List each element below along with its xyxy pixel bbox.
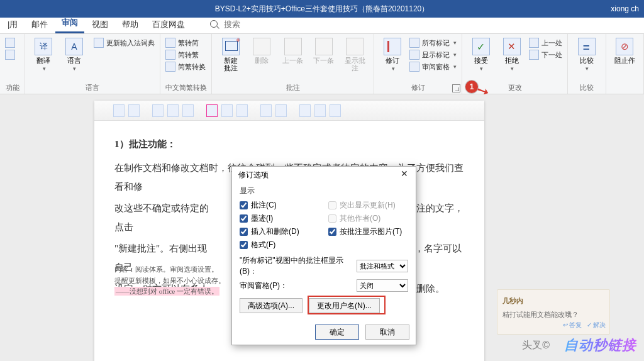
embedded-ribbon-image [94,101,484,121]
simp-to-trad-button[interactable]: 简转繁 [165,50,206,60]
show-markup-dropdown[interactable]: 显示标记▾ [409,50,457,60]
next-change-icon [529,50,539,60]
ck-comments[interactable]: 批注(C) [240,200,319,211]
change-username-button[interactable]: 更改用户名(N)... [309,298,380,313]
ck-comments-input[interactable] [240,201,248,209]
ck-insdel-input[interactable] [240,228,248,236]
ime-icon [94,38,104,48]
pane-row: 审阅窗格(P)： 关闭 [240,279,408,292]
group-protect: 阻止作 [606,34,644,94]
compare-icon [578,38,596,55]
tab-view[interactable]: 视图 [86,16,114,33]
ck-formatting[interactable]: 格式(F) [240,240,319,250]
balloon-select[interactable]: 批注和格式 [357,260,408,272]
reject-icon [503,38,521,55]
group-label-cjk: 中文简繁转换 [165,83,206,94]
ck-highlight-input [328,201,336,209]
compare-button[interactable]: 比较▾ [573,38,600,72]
cjk-convert-icon [165,62,175,72]
ck-other-input [328,214,336,223]
show-comments-icon [346,38,364,55]
translate-icon [35,38,52,55]
pane-label: 审阅窗格(P)： [240,280,353,291]
comment-author: 几秒内 [502,294,604,308]
comment-resolve-button[interactable]: ✓ 解决 [587,321,606,328]
watermark-prefix: 头叉© [522,339,550,352]
comment-reply-button[interactable]: ↩ 答复 [563,321,582,328]
accept-icon [472,38,490,55]
tracking-options-dialog: 修订选项 ✕ 显示 批注(C) 突出显示更新(H) 墨迹(I) 其他作者(O) … [231,166,416,345]
trad-simp-icon [165,38,175,48]
doc-footnotes: 内容：阅读体系。审阅选项设置。 提醒更新模板，如果不小心设成存。 ——没想到对 … [114,264,225,297]
comment-balloon[interactable]: 几秒内 精打试能用文档能改哦？ ↩ 答复 ✓ 解决 [497,289,610,335]
ck-pictures[interactable]: 按批注显示图片(T) [328,226,408,237]
show-markup-icon [409,50,419,60]
group-label-language: 语言 [30,83,155,94]
cjk-convert-button[interactable]: 简繁转换 [165,62,206,72]
tracking-dialog-launcher[interactable] [452,84,460,92]
group-label-protect [611,85,638,94]
trad-to-simp-button[interactable]: 繁转简 [165,38,206,48]
tab-help[interactable]: 帮助 [116,16,145,33]
ck-ink-input[interactable] [240,214,248,223]
dialog-section-show: 显示 [240,186,408,196]
prev-change-icon [529,38,539,48]
reviewing-pane-dropdown[interactable]: 审阅窗格▾ [409,62,457,72]
ck-pic-input[interactable] [328,228,336,236]
block-authors-button[interactable]: 阻止作 [611,38,638,64]
dialog-titlebar[interactable]: 修订选项 ✕ [232,167,416,183]
tab-reference-partial[interactable]: |用 [1,16,24,33]
prev-change-button[interactable]: 上一处 [529,38,562,48]
next-comment-icon [315,38,333,55]
new-comment-button[interactable]: 新建 批注 [217,38,244,72]
group-label-compare: 比较 [573,83,600,94]
advanced-options-button[interactable]: 高级选项(A)... [240,298,303,313]
dialog-cancel-button[interactable]: 取消 [365,325,409,340]
ck-highlight-updates: 突出显示更新(H) [328,200,408,211]
group-language: 翻译▾ 语言▾ 更新输入法词典 语言 [25,34,160,94]
next-comment-button[interactable]: 下一条 [310,38,337,64]
ck-ink[interactable]: 墨迹(I) [240,213,319,224]
dialog-close-button[interactable]: ✕ [397,169,412,181]
new-comment-icon [222,38,240,55]
group-tracking: 修订▾ 所有标记▾ 显示标记▾ 审阅窗格▾ 修订 [374,34,462,94]
group-label-tracking: 修订 [379,83,457,94]
doc-heading: 1）批注功能： [114,135,469,153]
dialog-ok-button[interactable]: 确定 [315,325,359,340]
balloon-label: "所有标记"视图中的批注框显示(B)： [240,255,353,277]
ck-ins-del[interactable]: 插入和删除(D) [240,226,319,237]
ck-format-input[interactable] [240,241,248,249]
prev-comment-button[interactable]: 上一条 [279,38,306,64]
btn-proof-a[interactable] [5,38,15,48]
tab-baidu[interactable]: 百度网盘 [146,16,191,33]
search-placeholder: 搜索 [224,19,240,29]
ribbon: 功能 翻译▾ 语言▾ 更新输入法词典 语言 繁转简 简转繁 简繁转换 中文简繁转… [0,34,644,94]
document-title: BYSD-L2+实用技巧+Office三件套使用技巧（熊春苗20201120） [215,4,430,14]
block-icon [616,38,633,55]
simp-trad-icon [165,50,175,60]
delete-comment-button[interactable]: 删除 [248,38,275,64]
track-changes-button[interactable]: 修订▾ [379,38,406,72]
language-icon [65,38,83,55]
group-label-comments: 批注 [217,83,369,94]
btn-proof-b[interactable] [5,50,15,60]
markup-view-icon [409,38,419,48]
show-comments-button[interactable]: 显示批注 [341,38,369,72]
language-button[interactable]: 语言▾ [61,38,88,72]
group-comments: 新建 批注 删除 上一条 下一条 显示批注 批注 [212,34,374,94]
next-change-button[interactable]: 下一处 [529,50,562,60]
search-box[interactable]: 搜索 [204,16,247,33]
group-label-proof: 功能 [5,83,19,94]
tab-mail[interactable]: 邮件 [25,16,54,33]
translate-button[interactable]: 翻译▾ [30,38,57,72]
group-cjk: 繁转简 简转繁 简繁转换 中文简繁转换 [160,34,212,94]
update-ime-button[interactable]: 更新输入法词典 [94,38,155,48]
reject-button[interactable]: 拒绝▾ [498,38,525,72]
markup-view-dropdown[interactable]: 所有标记▾ [409,38,457,48]
search-icon [210,20,218,28]
pane-select[interactable]: 关闭 [357,279,408,292]
watermark-text: 自动秒链接 [564,336,636,355]
reviewing-pane-icon [409,62,419,72]
accept-button[interactable]: 接受▾ [467,38,494,72]
user-name: xiong ch [611,4,639,13]
